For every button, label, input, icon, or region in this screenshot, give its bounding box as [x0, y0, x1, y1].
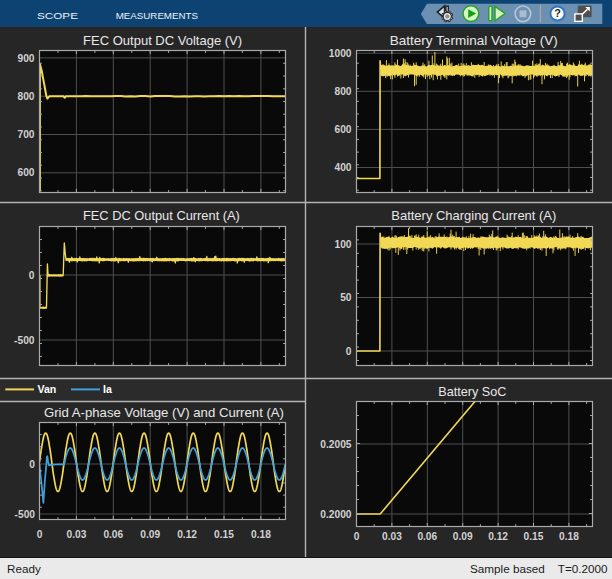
svg-text:FEC DC Output Current (A): FEC DC Output Current (A) — [83, 208, 240, 223]
svg-text:800: 800 — [335, 86, 352, 97]
svg-text:0: 0 — [37, 529, 43, 540]
svg-text:700: 700 — [18, 129, 35, 140]
svg-text:0: 0 — [346, 346, 352, 357]
svg-text:0.09: 0.09 — [140, 529, 160, 540]
svg-text:0: 0 — [354, 531, 360, 542]
svg-text:Ia: Ia — [103, 383, 112, 395]
svg-text:1000: 1000 — [329, 48, 352, 59]
svg-text:600: 600 — [18, 167, 35, 178]
svg-text:MEASUREMENTS: MEASUREMENTS — [116, 10, 198, 21]
svg-text:0.15: 0.15 — [214, 529, 234, 540]
svg-text:0.06: 0.06 — [417, 531, 437, 542]
svg-text:0.15: 0.15 — [524, 531, 544, 542]
svg-text:0.09: 0.09 — [453, 531, 473, 542]
svg-text:Van: Van — [38, 383, 57, 395]
svg-text:0: 0 — [29, 459, 35, 470]
svg-text:900: 900 — [18, 53, 35, 64]
svg-text:0.12: 0.12 — [488, 531, 508, 542]
svg-text:Battery Terminal Voltage (V): Battery Terminal Voltage (V) — [390, 33, 558, 48]
svg-text:0.03: 0.03 — [66, 529, 86, 540]
svg-text:100: 100 — [335, 239, 352, 250]
svg-text:800: 800 — [18, 91, 35, 102]
svg-text:0.18: 0.18 — [251, 529, 271, 540]
svg-text:Grid A-phase Voltage (V) and C: Grid A-phase Voltage (V) and Current (A) — [44, 405, 284, 420]
svg-text:0.06: 0.06 — [103, 529, 123, 540]
svg-text:600: 600 — [335, 124, 352, 135]
svg-text:Battery Charging Current (A): Battery Charging Current (A) — [391, 208, 556, 223]
svg-text:-500: -500 — [14, 335, 35, 346]
svg-text:FEC Output DC Voltage (V): FEC Output DC Voltage (V) — [83, 33, 242, 48]
svg-text:-500: -500 — [15, 509, 36, 520]
svg-text:0.2005: 0.2005 — [320, 439, 351, 450]
svg-text:0: 0 — [29, 270, 35, 281]
svg-text:0.12: 0.12 — [177, 529, 197, 540]
svg-text:0.18: 0.18 — [559, 531, 579, 542]
svg-text:400: 400 — [335, 162, 352, 173]
svg-text:Battery SoC: Battery SoC — [438, 384, 506, 399]
svg-text:0.03: 0.03 — [382, 531, 402, 542]
svg-text:SCOPE: SCOPE — [37, 10, 78, 21]
svg-text:50: 50 — [340, 292, 352, 303]
svg-text:0.2000: 0.2000 — [320, 509, 351, 520]
svg-text:?: ? — [554, 7, 561, 19]
